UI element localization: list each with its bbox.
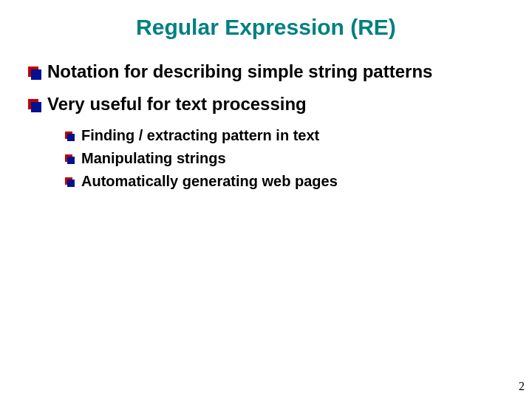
list-item-text: Notation for describing simple string pa… (47, 61, 432, 83)
list-item: Manipulating strings (65, 149, 510, 168)
list-item-text: Finding / extracting pattern in text (81, 126, 319, 146)
bullet-icon (65, 132, 72, 139)
bullet-icon (28, 99, 38, 109)
slide: Regular Expression (RE) Notation for des… (0, 0, 532, 399)
bullet-icon (28, 66, 38, 77)
bullet-icon (65, 154, 72, 162)
list-item: Finding / extracting pattern in text (65, 126, 510, 146)
slide-content: Notation for describing simple string pa… (0, 61, 532, 191)
bullet-icon (65, 177, 72, 185)
list-item-text: Manipulating strings (81, 149, 226, 168)
list-item-text: Automatically generating web pages (81, 171, 338, 191)
list-item: Notation for describing simple string pa… (28, 61, 510, 83)
list-item-text: Very useful for text processing (47, 93, 307, 115)
page-number: 2 (519, 380, 525, 393)
list-item: Very useful for text processing (28, 93, 510, 115)
slide-title: Regular Expression (RE) (0, 0, 532, 61)
list-item: Automatically generating web pages (65, 171, 510, 191)
